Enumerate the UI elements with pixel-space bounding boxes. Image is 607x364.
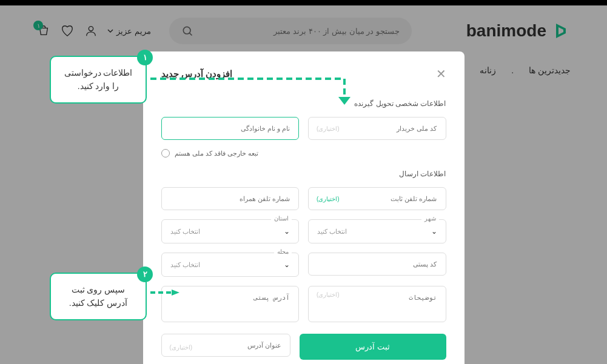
province-select[interactable]: ⌄ انتخاب کنید: [161, 219, 300, 243]
city-placeholder: انتخاب کنید: [317, 228, 347, 236]
foreign-checkbox[interactable]: [161, 149, 170, 157]
foreign-checkbox-label: تبعه خارجی فاقد کد ملی هستم: [175, 150, 258, 157]
section-personal-title: اطلاعات شخصی تحویل گیرنده: [161, 99, 446, 108]
city-label: شهر: [421, 215, 439, 222]
province-label: استان: [271, 215, 292, 222]
district-label: محله: [274, 248, 292, 255]
mobile-input[interactable]: [161, 187, 300, 210]
postal-input[interactable]: [308, 253, 446, 276]
optional-label: (اختیاری): [317, 196, 340, 202]
callout-badge-2: ۲: [137, 266, 153, 282]
province-placeholder: انتخاب کنید: [170, 228, 200, 236]
add-address-modal: ✕ افزودن آدرس جدید اطلاعات شخصی تحویل گی…: [143, 51, 464, 364]
callout-text-1: اطلاعات درخواستی را وارد کنید.: [64, 68, 133, 91]
fullname-input[interactable]: [161, 117, 300, 140]
chevron-down-icon: ⌄: [284, 260, 290, 269]
modal-header: ✕ افزودن آدرس جدید: [161, 67, 446, 81]
foreign-checkbox-row[interactable]: تبعه خارجی فاقد کد ملی هستم: [161, 149, 446, 157]
modal-title: افزودن آدرس جدید: [161, 68, 232, 79]
optional-label: (اختیاری): [317, 125, 340, 132]
chevron-down-icon: ⌄: [431, 227, 437, 236]
address-textarea[interactable]: [161, 286, 300, 322]
section-shipping-title: اطلاعات ارسال: [161, 170, 446, 178]
callout-step-1: ۱ اطلاعات درخواستی را وارد کنید.: [50, 56, 147, 104]
district-placeholder: انتخاب کنید: [170, 261, 200, 269]
optional-label: (اختیاری): [317, 291, 340, 298]
close-icon[interactable]: ✕: [436, 67, 446, 81]
callout-badge-1: ۱: [137, 50, 153, 65]
optional-label: (اختیاری): [170, 343, 193, 350]
district-select[interactable]: ⌄ انتخاب کنید: [161, 253, 300, 277]
city-select[interactable]: ⌄ انتخاب کنید: [308, 219, 446, 243]
callout-text-2: سپس روی ثبت آدرس کلیک کنید.: [69, 285, 128, 308]
callout-step-2: ۲ سپس روی ثبت آدرس کلیک کنید.: [50, 273, 147, 320]
submit-address-button[interactable]: ثبت آدرس: [300, 334, 446, 360]
chevron-down-icon: ⌄: [284, 227, 290, 236]
